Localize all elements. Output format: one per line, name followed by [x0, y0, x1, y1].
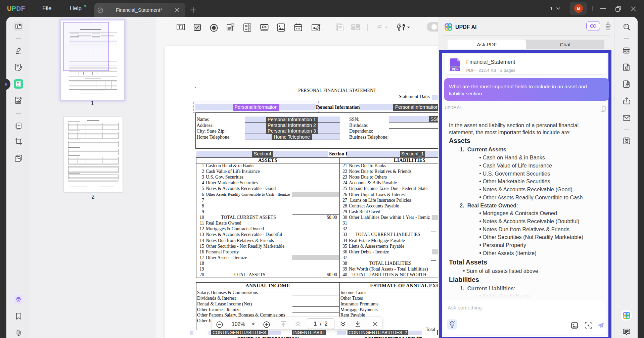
svg-text:PDF: PDF: [452, 67, 459, 71]
